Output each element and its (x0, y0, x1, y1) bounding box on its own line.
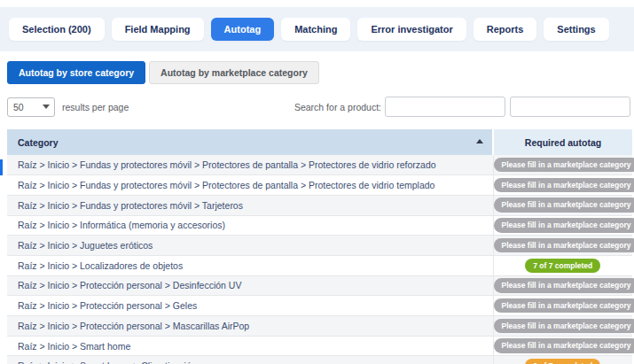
category-breadcrumb-cell[interactable]: Raíz > Inicio > Smart home (7, 336, 493, 356)
left-edge-scroll-marker (0, 159, 3, 175)
subtab-autotag-by-marketplace-category[interactable]: Autotag by marketplace category (149, 61, 319, 84)
tab-selection[interactable]: Selection (200) (9, 18, 105, 41)
category-table-wrap: Category Required autotag Raíz > Inicio … (7, 129, 632, 364)
category-column-label: Category (18, 137, 59, 148)
table-row: Raíz > Inicio > Localizadores de objetos… (7, 255, 632, 275)
main-tab-bar: Selection (200) Field Mapping Autotag Ma… (0, 7, 634, 51)
top-spacer (0, 0, 634, 7)
table-row: Raíz > Inicio > Smart home Please fill i… (7, 336, 632, 356)
table-controls: 50 results per page Search for a product… (0, 84, 634, 124)
autotag-status-badge[interactable]: Please fill in a marketplace category (494, 298, 634, 314)
table-row: Raíz > Inicio > Fundas y protectores móv… (7, 175, 632, 196)
autotag-status-badge[interactable]: Please fill in a marketplace category (494, 158, 634, 173)
search-product-input[interactable] (385, 97, 505, 117)
autotag-status-badge[interactable]: Please fill in a marketplace category (494, 338, 634, 353)
category-breadcrumb-cell[interactable]: Raíz > Inicio > Fundas y protectores móv… (7, 155, 493, 175)
tab-settings[interactable]: Settings (544, 18, 608, 41)
table-row: Raíz > Inicio > Protección personal > De… (7, 275, 632, 296)
table-row: Raíz > Inicio > Informática (memoria y a… (7, 215, 632, 236)
tab-error-investigator[interactable]: Error investigator (357, 18, 466, 41)
subtab-autotag-by-store-category[interactable]: Autotag by store category (7, 61, 145, 84)
category-table: Category Required autotag Raíz > Inicio … (7, 129, 632, 364)
chevron-down-icon (43, 105, 50, 109)
category-breadcrumb-cell[interactable]: Raíz > Inicio > Fundas y protectores móv… (7, 175, 493, 196)
required-autotag-cell: 7 of 7 completed (493, 255, 632, 275)
tab-field-mapping[interactable]: Field Mapping (112, 18, 204, 41)
results-per-page-value: 50 (13, 102, 24, 112)
autotag-status-badge[interactable]: Please fill in a marketplace category (494, 218, 634, 233)
tab-reports[interactable]: Reports (474, 18, 537, 41)
autotag-status-badge[interactable]: Please fill in a marketplace category (494, 319, 634, 334)
required-autotag-cell: Please fill in a marketplace category (493, 275, 632, 296)
required-autotag-cell: Please fill in a marketplace category (493, 215, 632, 236)
required-autotag-cell: Please fill in a marketplace category (493, 195, 632, 215)
table-row: Raíz > Inicio > Fundas y protectores móv… (7, 195, 632, 215)
required-autotag-cell: 6 of 7 completed (493, 356, 632, 364)
table-row: Raíz > Inicio > Fundas y protectores móv… (7, 155, 632, 175)
table-row: Raíz > Inicio > Juguetes eróticos Please… (7, 236, 632, 256)
category-breadcrumb-cell[interactable]: Raíz > Inicio > Juguetes eróticos (7, 236, 493, 256)
category-breadcrumb-cell[interactable]: Raíz > Inicio > Informática (memoria y a… (7, 215, 493, 236)
search-product-label: Search for a product: (294, 102, 381, 112)
required-autotag-column-header[interactable]: Required autotag (493, 129, 632, 155)
category-breadcrumb-cell[interactable]: Raíz > Inicio > Protección personal > De… (7, 275, 493, 296)
category-breadcrumb-cell[interactable]: Raíz > Inicio > Fundas y protectores móv… (7, 195, 493, 215)
required-autotag-cell: Please fill in a marketplace category (493, 155, 632, 175)
category-breadcrumb-cell[interactable]: Raíz > Inicio > Localizadores de objetos (7, 255, 493, 275)
required-autotag-cell: Please fill in a marketplace category (493, 336, 632, 356)
category-table-body: Raíz > Inicio > Fundas y protectores móv… (7, 155, 632, 364)
required-autotag-cell: Please fill in a marketplace category (493, 296, 632, 316)
autotag-status-badge[interactable]: Please fill in a marketplace category (494, 178, 634, 193)
sort-asc-icon (476, 139, 483, 143)
tab-matching[interactable]: Matching (281, 18, 350, 41)
results-per-page-label: results per page (62, 102, 129, 112)
autotag-subtabs: Autotag by store category Autotag by mar… (0, 51, 634, 84)
category-breadcrumb-cell[interactable]: Raíz > Inicio > Protección personal > Ge… (7, 296, 493, 316)
required-autotag-cell: Please fill in a marketplace category (493, 236, 632, 256)
table-row: Raíz > Inicio > Smart home > Climatizaci… (7, 356, 632, 364)
category-breadcrumb-cell[interactable]: Raíz > Inicio > Protección personal > Ma… (7, 316, 493, 337)
required-autotag-cell: Please fill in a marketplace category (493, 175, 632, 196)
results-per-page-select-wrap: 50 (7, 97, 55, 117)
category-column-header[interactable]: Category (7, 129, 493, 155)
category-breadcrumb-cell[interactable]: Raíz > Inicio > Smart home > Climatizaci… (7, 356, 493, 364)
autotag-filter-input[interactable] (510, 97, 630, 117)
autotag-status-badge[interactable]: 6 of 7 completed (525, 359, 600, 364)
tab-autotag[interactable]: Autotag (211, 18, 275, 41)
autotag-status-badge[interactable]: Please fill in a marketplace category (494, 238, 634, 253)
required-autotag-cell: Please fill in a marketplace category (493, 316, 632, 337)
autotag-status-badge[interactable]: Please fill in a marketplace category (494, 278, 634, 293)
autotag-status-badge[interactable]: Please fill in a marketplace category (494, 197, 634, 213)
table-row: Raíz > Inicio > Protección personal > Ma… (7, 316, 632, 337)
autotag-status-badge[interactable]: 7 of 7 completed (525, 259, 600, 274)
table-row: Raíz > Inicio > Protección personal > Ge… (7, 296, 632, 316)
